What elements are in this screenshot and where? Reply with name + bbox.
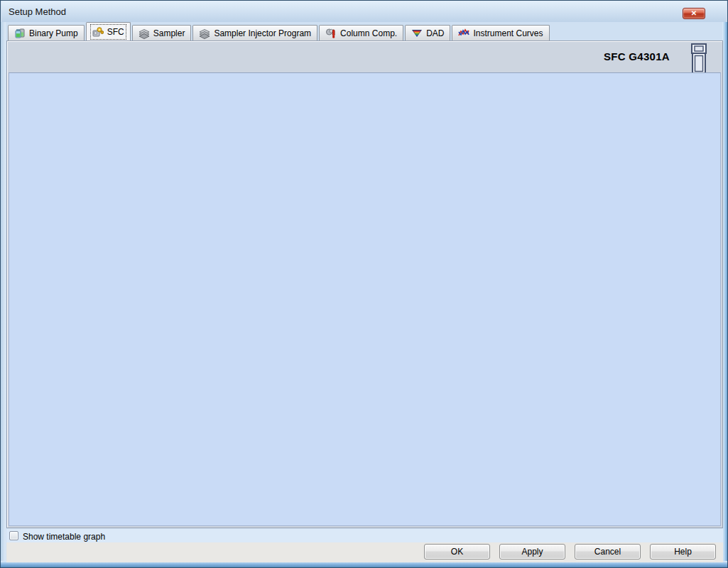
window-frame-left — [1, 22, 6, 567]
tray-icon — [199, 28, 210, 39]
tab-column-comp[interactable]: Column Comp. — [319, 25, 403, 40]
dad-icon — [411, 28, 423, 39]
column-icon — [325, 28, 337, 39]
tab-label: DAD — [426, 28, 444, 38]
sfc-tab-page: SFC G4301A — [6, 40, 723, 528]
help-button[interactable]: Help — [650, 544, 716, 559]
tab-sfc[interactable]: SFC — [86, 22, 131, 40]
apply-button[interactable]: Apply — [499, 544, 565, 559]
tab-label: Instrument Curves — [473, 28, 543, 38]
curves-icon — [458, 28, 469, 39]
tab-instrument-curves[interactable]: Instrument Curves — [452, 25, 549, 40]
tab-label: SFC — [107, 27, 124, 37]
ok-button[interactable]: OK — [424, 544, 490, 559]
dialog-buttons: OKApplyCancelHelp — [424, 544, 716, 559]
window-title: Setup Method — [9, 6, 66, 17]
cancel-button[interactable]: Cancel — [575, 544, 641, 559]
setup-method-dialog: Setup Method ✕ Binary Pump SFC Sampler S… — [0, 0, 728, 568]
timetable-strip — [6, 529, 723, 542]
tab-label: Column Comp. — [340, 28, 397, 38]
show-timetable-label: Show timetable graph — [23, 532, 105, 542]
sfc-icon — [92, 26, 104, 38]
tab-label: Sampler Injector Program — [214, 28, 311, 38]
title-bar[interactable]: Setup Method ✕ — [1, 1, 727, 22]
window-frame-right — [722, 22, 727, 567]
tab-label: Sampler — [153, 28, 185, 38]
close-icon: ✕ — [691, 9, 697, 17]
close-button[interactable]: ✕ — [683, 8, 705, 19]
tab-bar: Binary Pump SFC Sampler Sampler Injector… — [8, 22, 550, 40]
pump-icon — [14, 28, 26, 39]
show-timetable-checkbox[interactable] — [9, 531, 18, 540]
tab-label: Binary Pump — [29, 28, 78, 38]
tab-dad[interactable]: DAD — [405, 25, 450, 40]
device-header: SFC G4301A — [7, 41, 722, 72]
device-name: SFC G4301A — [604, 50, 670, 62]
sfc-content-panel — [9, 72, 721, 526]
tab-sampler[interactable]: Sampler — [132, 25, 192, 40]
tab-sampler-injector-program[interactable]: Sampler Injector Program — [192, 25, 317, 40]
tab-binary-pump[interactable]: Binary Pump — [8, 25, 85, 40]
tray-icon — [138, 28, 150, 39]
